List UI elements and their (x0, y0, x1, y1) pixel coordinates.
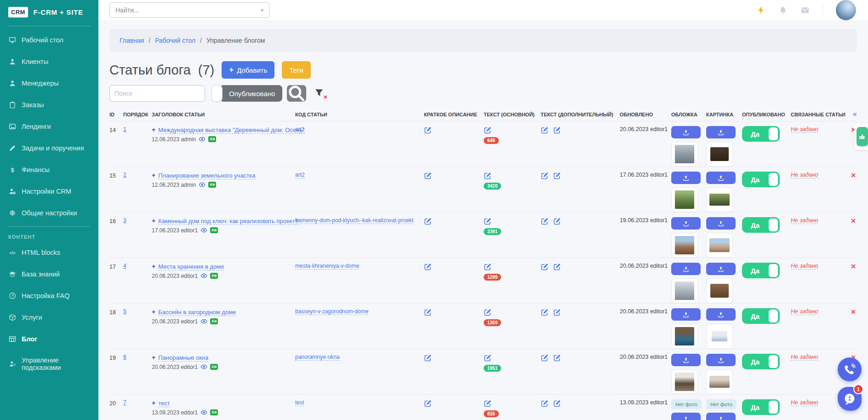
chat-widget-button[interactable]: 1 (838, 387, 862, 411)
upload-cover-button[interactable] (671, 263, 701, 275)
sidebar-item-knowledge[interactable]: База знаний (0, 263, 98, 285)
related-articles-link[interactable]: Не задано (791, 399, 818, 406)
sidebar-item-managers[interactable]: Менеджеры (0, 72, 98, 94)
picture-thumbnail[interactable] (706, 369, 733, 394)
picture-thumbnail[interactable] (706, 187, 733, 212)
article-code-link[interactable]: kamenny-dom-pod-klyuch--kak-realizovat-p… (295, 217, 413, 224)
cover-thumbnail[interactable] (671, 233, 698, 258)
search-input[interactable] (109, 85, 205, 102)
article-title-link[interactable]: Планирование земельного участка (158, 172, 255, 179)
edit-brief-icon[interactable] (424, 172, 432, 179)
add-related-icon[interactable]: + (152, 126, 155, 133)
article-title-link[interactable]: тест (158, 400, 170, 407)
order-link[interactable]: 2 (123, 172, 126, 178)
delete-row-icon[interactable]: ✕ (851, 217, 856, 224)
edit-extra-text-icon-2[interactable] (553, 354, 561, 362)
translate-icon[interactable]: Aя (210, 409, 218, 415)
article-title-link[interactable]: Каменный дом под ключ: как реализовать п… (158, 218, 298, 225)
sidebar-item-hints[interactable]: ?Управление подсказками (0, 350, 98, 378)
translate-icon[interactable]: Aя (210, 318, 218, 324)
edit-main-text-icon[interactable] (484, 399, 491, 407)
related-articles-link[interactable]: Не задано (791, 354, 818, 361)
edit-brief-icon[interactable] (424, 399, 432, 407)
sidebar-item-clients[interactable]: Клиенты (0, 51, 98, 72)
article-title-link[interactable]: Панорамные окна (158, 354, 208, 362)
add-related-icon[interactable]: + (152, 354, 155, 361)
eye-icon[interactable] (200, 409, 207, 416)
collapse-columns-icon[interactable]: « (853, 112, 857, 117)
sidebar-item-tasks[interactable]: Задачи и поручения (0, 137, 98, 159)
upload-picture-button[interactable] (706, 217, 736, 230)
order-link[interactable]: 5 (123, 308, 126, 315)
order-link[interactable]: 6 (123, 354, 126, 360)
search-button[interactable] (287, 85, 306, 102)
picture-thumbnail[interactable] (706, 324, 733, 349)
sidebar-item-orders[interactable]: Заказы (0, 94, 98, 115)
article-code-link[interactable]: art1 (295, 126, 305, 133)
add-related-icon[interactable]: + (152, 308, 155, 316)
sidebar-item-crm-settings[interactable]: Настройки CRM (0, 180, 98, 202)
eye-icon[interactable] (200, 227, 207, 234)
translate-icon[interactable]: Aя (208, 182, 216, 188)
envelope-icon[interactable] (800, 6, 810, 15)
picture-thumbnail[interactable] (706, 233, 733, 258)
add-article-button[interactable]: + Добавить (222, 61, 274, 79)
cover-thumbnail[interactable] (671, 142, 698, 167)
article-title-link[interactable]: Бассейн в загородном доме (158, 309, 236, 316)
eye-icon[interactable] (199, 136, 206, 143)
sidebar-item-blog[interactable]: Блог (0, 328, 98, 350)
edit-extra-text-icon[interactable] (541, 354, 548, 362)
upload-picture-button[interactable] (706, 354, 736, 366)
feedback-edge-tab[interactable] (854, 123, 868, 150)
delete-row-icon[interactable]: ✕ (851, 308, 856, 316)
article-code-link[interactable]: panoramnye-okna (295, 354, 340, 361)
edit-extra-text-icon-2[interactable] (553, 399, 561, 407)
published-toggle[interactable]: Да (742, 263, 780, 278)
sidebar-item-finance[interactable]: $Финансы (0, 159, 98, 180)
upload-picture-button[interactable] (706, 263, 736, 275)
edit-brief-icon[interactable] (424, 263, 432, 270)
article-code-link[interactable]: basseyn-v-zagorodnom-dome (295, 308, 368, 315)
article-code-link[interactable]: mesta-khraneniya-v-dome (295, 263, 359, 270)
edit-extra-text-icon[interactable] (541, 126, 548, 134)
add-related-icon[interactable]: + (152, 172, 155, 179)
global-search-select[interactable]: Найти... ▾ (109, 2, 269, 18)
phone-widget-button[interactable] (838, 357, 862, 381)
edit-extra-text-icon-2[interactable] (553, 263, 561, 270)
upload-cover-button[interactable] (671, 172, 701, 184)
breadcrumb-home-link[interactable]: Главная (120, 37, 144, 44)
add-related-icon[interactable]: + (152, 217, 155, 224)
edit-main-text-icon[interactable] (484, 126, 491, 134)
delete-row-icon[interactable]: ✕ (851, 263, 856, 270)
sidebar-item-faq[interactable]: ?Настройка FAQ (0, 285, 98, 306)
lightning-icon[interactable] (756, 6, 765, 15)
related-articles-link[interactable]: Не задано (791, 308, 818, 315)
edit-extra-text-icon[interactable] (541, 263, 548, 270)
edit-extra-text-icon-2[interactable] (553, 172, 561, 179)
clear-filter-icon[interactable]: ✕ (314, 88, 326, 98)
published-filter-switch[interactable]: Опубликовано (211, 85, 282, 102)
eye-icon[interactable] (200, 363, 207, 370)
related-articles-link[interactable]: Не задано (791, 263, 818, 270)
related-articles-link[interactable]: Не задано (791, 172, 818, 178)
translate-icon[interactable]: Aя (210, 273, 218, 279)
cover-thumbnail[interactable] (671, 187, 698, 212)
cover-thumbnail[interactable] (671, 324, 698, 349)
eye-icon[interactable] (200, 318, 207, 325)
upload-cover-button[interactable] (671, 217, 701, 230)
edit-main-text-icon[interactable] (484, 354, 491, 362)
avatar[interactable] (836, 0, 856, 20)
tags-button[interactable]: Теги (282, 61, 311, 79)
published-toggle[interactable]: Да (742, 217, 780, 233)
edit-extra-text-icon[interactable] (541, 399, 548, 407)
order-link[interactable]: 3 (123, 217, 126, 224)
eye-icon[interactable] (200, 272, 207, 279)
add-related-icon[interactable]: + (152, 263, 155, 270)
cover-thumbnail[interactable] (671, 369, 698, 394)
sidebar-item-landings[interactable]: Лендинги (0, 115, 98, 137)
edit-extra-text-icon-2[interactable] (553, 308, 561, 316)
article-code-link[interactable]: art2 (295, 172, 305, 178)
translate-icon[interactable]: Aя (210, 364, 218, 370)
upload-cover-button[interactable] (671, 126, 701, 138)
picture-thumbnail[interactable] (706, 278, 733, 303)
